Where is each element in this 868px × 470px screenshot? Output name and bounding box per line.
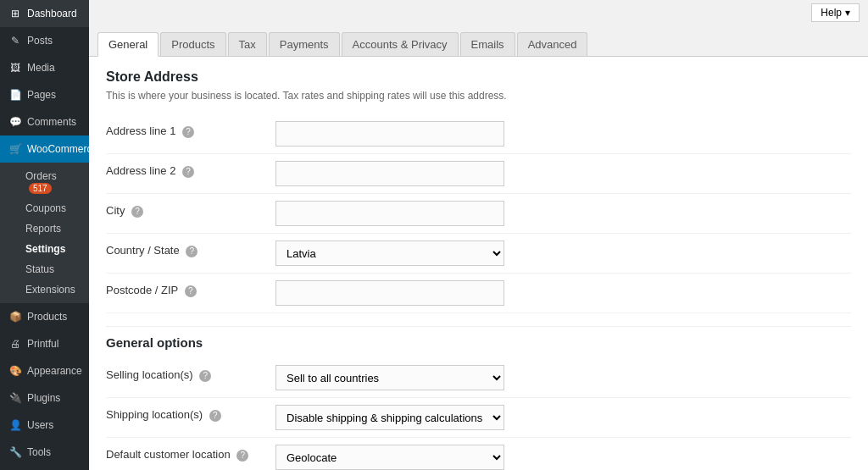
shipping-location-info-icon[interactable]: ?	[209, 410, 221, 422]
posts-icon: ✎	[8, 34, 22, 47]
help-button[interactable]: Help ▾	[811, 3, 860, 22]
tab-tax[interactable]: Tax	[228, 32, 267, 56]
settings-tabs: General Products Tax Payments Accounts &…	[89, 25, 868, 57]
selling-location-info-icon[interactable]: ?	[199, 370, 211, 382]
shipping-location-label: Shipping location(s)	[106, 408, 203, 421]
city-label: City	[106, 204, 125, 217]
store-address-form: Address line 1 ? Address line 2 ? City	[106, 114, 851, 313]
selling-location-label: Selling location(s)	[106, 368, 193, 381]
sidebar-sub-extensions[interactable]: Extensions	[17, 279, 89, 300]
address-line-1-info-icon[interactable]: ?	[182, 126, 194, 138]
country-state-select[interactable]: Latvia Lithuania Estonia Finland Germany…	[275, 241, 504, 266]
table-row: Address line 2 ?	[106, 154, 851, 194]
users-icon: 👤	[8, 418, 22, 432]
sidebar-sub-coupons[interactable]: Coupons	[17, 198, 89, 218]
sidebar-item-pages[interactable]: 📄 Pages	[0, 81, 89, 108]
tools-icon: 🔧	[8, 445, 22, 459]
sidebar-item-woocommerce[interactable]: 🛒 WooCommerce	[0, 135, 89, 163]
media-icon: 🖼	[8, 61, 22, 75]
topbar: Help ▾	[89, 0, 868, 25]
address-line-2-input[interactable]	[275, 161, 504, 186]
tab-general[interactable]: General	[97, 32, 159, 57]
tab-accounts-privacy[interactable]: Accounts & Privacy	[342, 32, 459, 56]
sidebar-item-settings[interactable]: ⚙ Settings	[0, 466, 89, 470]
main-content: Help ▾ General Products Tax Payments Acc…	[89, 0, 868, 470]
dashboard-icon: ⊞	[8, 7, 22, 20]
store-address-desc: This is where your business is located. …	[106, 90, 851, 102]
tab-products[interactable]: Products	[160, 32, 225, 56]
table-row: Address line 1 ?	[106, 114, 851, 154]
sidebar-item-appearance[interactable]: 🎨 Appearance	[0, 357, 89, 384]
sidebar-item-products[interactable]: 📦 Products	[0, 303, 89, 330]
plugins-icon: 🔌	[8, 391, 22, 405]
sidebar-sub-status[interactable]: Status	[17, 259, 89, 279]
appearance-icon: 🎨	[8, 364, 22, 378]
sidebar: ⊞ Dashboard ✎ Posts 🖼 Media 📄 Pages 💬 Co…	[0, 0, 89, 470]
sidebar-item-printful[interactable]: 🖨 Printful	[0, 330, 89, 357]
postcode-input[interactable]	[275, 280, 504, 306]
page-body: Store Address This is where your busines…	[89, 57, 868, 470]
sidebar-item-media[interactable]: 🖼 Media	[0, 54, 89, 81]
default-customer-location-label: Default customer location	[106, 448, 231, 461]
sidebar-sub-reports[interactable]: Reports	[17, 218, 89, 239]
orders-badge: 517	[29, 183, 52, 194]
address-line-2-label: Address line 2	[106, 164, 175, 177]
table-row: Postcode / ZIP ?	[106, 274, 851, 313]
shipping-location-select[interactable]: Disable shipping & shipping calculations…	[275, 405, 504, 430]
sidebar-item-plugins[interactable]: 🔌 Plugins	[0, 384, 89, 412]
address-line-1-label: Address line 1	[106, 124, 175, 137]
pages-icon: 📄	[8, 88, 22, 102]
sidebar-sub-settings[interactable]: Settings	[17, 239, 89, 259]
products-icon: 📦	[8, 310, 22, 323]
table-row: Default customer location ? Geolocate No…	[106, 438, 851, 471]
table-row: Shipping location(s) ? Disable shipping …	[106, 398, 851, 438]
sidebar-item-comments[interactable]: 💬 Comments	[0, 108, 89, 135]
printful-icon: 🖨	[8, 337, 22, 351]
tab-payments[interactable]: Payments	[269, 32, 340, 56]
country-state-label: Country / State	[106, 244, 180, 257]
comments-icon: 💬	[8, 115, 22, 129]
address-line-2-info-icon[interactable]: ?	[182, 166, 194, 178]
tab-emails[interactable]: Emails	[460, 32, 515, 56]
tab-advanced[interactable]: Advanced	[517, 32, 588, 56]
default-customer-location-select[interactable]: Geolocate No location by default Shop ba…	[275, 445, 504, 470]
general-options-form: Selling location(s) ? Sell to all countr…	[106, 358, 851, 470]
sidebar-sub-orders[interactable]: Orders 517	[17, 166, 89, 198]
selling-location-select[interactable]: Sell to all countries Sell to specific c…	[275, 365, 504, 390]
table-row: Selling location(s) ? Sell to all countr…	[106, 358, 851, 398]
sidebar-item-dashboard[interactable]: ⊞ Dashboard	[0, 0, 89, 27]
sidebar-item-users[interactable]: 👤 Users	[0, 412, 89, 439]
chevron-down-icon: ▾	[845, 7, 850, 19]
address-line-1-input[interactable]	[275, 121, 504, 147]
country-state-info-icon[interactable]: ?	[186, 246, 198, 257]
store-address-title: Store Address	[106, 69, 851, 85]
city-info-icon[interactable]: ?	[131, 206, 143, 218]
table-row: Country / State ? Latvia Lithuania Eston…	[106, 234, 851, 274]
postcode-info-icon[interactable]: ?	[185, 285, 197, 297]
table-row: City ?	[106, 194, 851, 234]
city-input[interactable]	[275, 201, 504, 226]
sidebar-item-tools[interactable]: 🔧 Tools	[0, 439, 89, 466]
postcode-label: Postcode / ZIP	[106, 284, 178, 296]
woocommerce-submenu: Orders 517 Coupons Reports Settings Stat…	[0, 163, 89, 303]
default-customer-location-info-icon[interactable]: ?	[236, 450, 248, 462]
woocommerce-icon: 🛒	[8, 142, 22, 156]
general-options-title: General options	[106, 326, 851, 350]
sidebar-item-posts[interactable]: ✎ Posts	[0, 27, 89, 54]
